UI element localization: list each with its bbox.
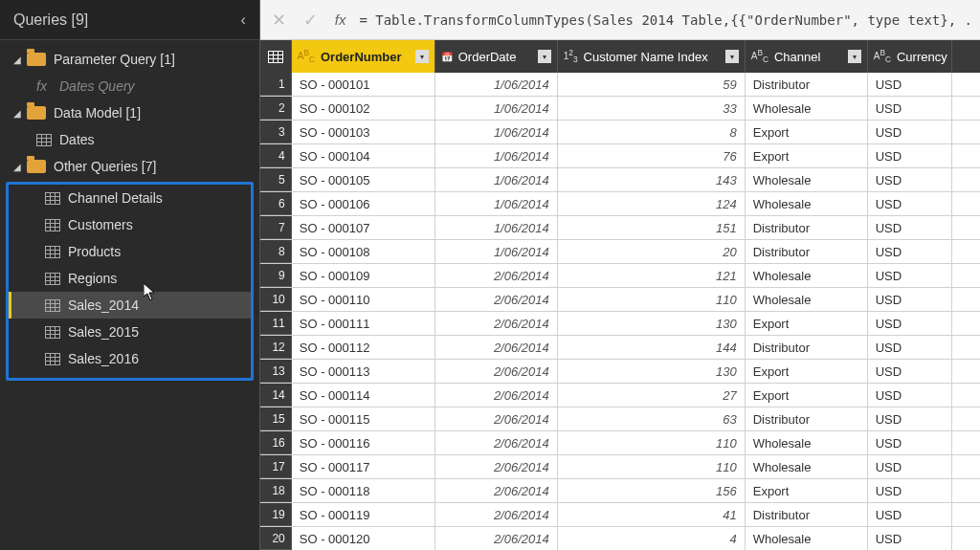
cell-ordernumber[interactable]: SO - 000109 xyxy=(292,264,435,287)
table-row[interactable]: 13SO - 0001132/06/2014130ExportUSD xyxy=(260,360,980,384)
cell-customer-index[interactable]: 59 xyxy=(558,73,746,96)
cell-channel[interactable]: Wholesale xyxy=(746,455,868,478)
cell-orderdate[interactable]: 1/06/2014 xyxy=(435,168,558,191)
cell-customer-index[interactable]: 8 xyxy=(558,121,746,143)
cell-currency[interactable]: USD xyxy=(868,192,952,215)
cell-orderdate[interactable]: 2/06/2014 xyxy=(435,360,558,383)
row-number-header[interactable] xyxy=(260,40,292,73)
confirm-formula-icon[interactable]: ✓ xyxy=(300,10,322,31)
query-sales-2016[interactable]: Sales_2016 xyxy=(9,345,251,372)
cell-ordernumber[interactable]: SO - 000113 xyxy=(292,360,435,383)
cell-currency[interactable]: USD xyxy=(868,216,952,239)
table-row[interactable]: 9SO - 0001092/06/2014121WholesaleUSD xyxy=(260,264,980,288)
cell-currency[interactable]: USD xyxy=(868,288,952,311)
cell-orderdate[interactable]: 1/06/2014 xyxy=(435,144,558,167)
cell-channel[interactable]: Export xyxy=(746,360,868,383)
table-row[interactable]: 20SO - 0001202/06/20144WholesaleUSD xyxy=(260,527,980,550)
cell-ordernumber[interactable]: SO - 000114 xyxy=(292,384,435,407)
column-header-ordernumber[interactable]: ABC OrderNumber ▾ xyxy=(292,40,435,73)
cell-orderdate[interactable]: 2/06/2014 xyxy=(435,264,558,287)
cell-orderdate[interactable]: 1/06/2014 xyxy=(435,216,558,239)
query-dates[interactable]: Dates xyxy=(0,126,259,153)
table-row[interactable]: 10SO - 0001102/06/2014110WholesaleUSD xyxy=(260,288,980,312)
cell-orderdate[interactable]: 1/06/2014 xyxy=(435,97,558,120)
cell-currency[interactable]: USD xyxy=(868,121,952,143)
cell-channel[interactable]: Wholesale xyxy=(746,192,868,215)
cell-customer-index[interactable]: 4 xyxy=(558,527,746,550)
cell-channel[interactable]: Distributor xyxy=(746,336,868,359)
cell-channel[interactable]: Distributor xyxy=(746,407,868,430)
table-row[interactable]: 8SO - 0001081/06/201420DistributorUSD xyxy=(260,240,980,264)
column-filter-icon[interactable]: ▾ xyxy=(725,50,739,63)
cell-customer-index[interactable]: 130 xyxy=(558,360,746,383)
cell-currency[interactable]: USD xyxy=(868,73,952,96)
cell-customer-index[interactable]: 110 xyxy=(558,288,746,311)
cell-customer-index[interactable]: 124 xyxy=(558,192,746,215)
cell-ordernumber[interactable]: SO - 000111 xyxy=(292,312,435,335)
query-sales-2014[interactable]: Sales_2014 xyxy=(9,292,251,319)
table-row[interactable]: 19SO - 0001192/06/201441DistributorUSD xyxy=(260,503,980,527)
collapse-sidebar-icon[interactable]: ‹ xyxy=(240,11,245,29)
cell-customer-index[interactable]: 110 xyxy=(558,431,746,454)
cell-ordernumber[interactable]: SO - 000119 xyxy=(292,503,435,526)
column-filter-icon[interactable]: ▾ xyxy=(415,50,429,63)
cell-ordernumber[interactable]: SO - 000104 xyxy=(292,144,435,167)
table-row[interactable]: 6SO - 0001061/06/2014124WholesaleUSD xyxy=(260,192,980,216)
cell-ordernumber[interactable]: SO - 000103 xyxy=(292,121,435,143)
cell-channel[interactable]: Export xyxy=(746,312,868,335)
table-row[interactable]: 15SO - 0001152/06/201463DistributorUSD xyxy=(260,407,980,431)
cell-orderdate[interactable]: 2/06/2014 xyxy=(435,336,558,359)
table-row[interactable]: 3SO - 0001031/06/20148ExportUSD xyxy=(260,121,980,144)
cell-customer-index[interactable]: 20 xyxy=(558,240,746,263)
fx-icon[interactable]: fx xyxy=(331,11,350,28)
cell-orderdate[interactable]: 2/06/2014 xyxy=(435,407,558,430)
cancel-formula-icon[interactable]: ✕ xyxy=(268,10,290,31)
cell-customer-index[interactable]: 130 xyxy=(558,312,746,335)
cell-ordernumber[interactable]: SO - 000108 xyxy=(292,240,435,263)
cell-orderdate[interactable]: 2/06/2014 xyxy=(435,384,558,407)
cell-ordernumber[interactable]: SO - 000101 xyxy=(292,73,435,96)
cell-orderdate[interactable]: 2/06/2014 xyxy=(435,527,558,550)
cell-currency[interactable]: USD xyxy=(868,168,952,191)
cell-orderdate[interactable]: 1/06/2014 xyxy=(435,73,558,96)
cell-channel[interactable]: Distributor xyxy=(746,216,868,239)
column-header-channel[interactable]: ABC Channel ▾ xyxy=(746,40,868,73)
query-sales-2015[interactable]: Sales_2015 xyxy=(9,319,251,345)
query-products[interactable]: Products xyxy=(9,238,251,265)
column-header-customer-name-index[interactable]: 123 Customer Name Index ▾ xyxy=(558,40,746,73)
folder-other-queries[interactable]: ◢ Other Queries [7] xyxy=(0,153,259,180)
cell-ordernumber[interactable]: SO - 000116 xyxy=(292,431,435,454)
table-row[interactable]: 2SO - 0001021/06/201433WholesaleUSD xyxy=(260,97,980,121)
grid-body[interactable]: 1SO - 0001011/06/201459DistributorUSD2SO… xyxy=(260,73,980,550)
cell-customer-index[interactable]: 63 xyxy=(558,407,746,430)
column-header-currency[interactable]: ABC Currency xyxy=(868,40,952,73)
table-row[interactable]: 18SO - 0001182/06/2014156ExportUSD xyxy=(260,479,980,503)
table-row[interactable]: 16SO - 0001162/06/2014110WholesaleUSD xyxy=(260,431,980,455)
cell-currency[interactable]: USD xyxy=(868,312,952,335)
cell-ordernumber[interactable]: SO - 000115 xyxy=(292,407,435,430)
cell-currency[interactable]: USD xyxy=(868,455,952,478)
cell-channel[interactable]: Export xyxy=(746,144,868,167)
query-channel-details[interactable]: Channel Details xyxy=(9,185,251,211)
table-row[interactable]: 14SO - 0001142/06/201427ExportUSD xyxy=(260,384,980,407)
cell-ordernumber[interactable]: SO - 000110 xyxy=(292,288,435,311)
cell-customer-index[interactable]: 33 xyxy=(558,97,746,120)
cell-currency[interactable]: USD xyxy=(868,264,952,287)
cell-ordernumber[interactable]: SO - 000112 xyxy=(292,336,435,359)
table-row[interactable]: 5SO - 0001051/06/2014143WholesaleUSD xyxy=(260,168,980,192)
cell-orderdate[interactable]: 1/06/2014 xyxy=(435,121,558,143)
cell-channel[interactable]: Wholesale xyxy=(746,431,868,454)
cell-ordernumber[interactable]: SO - 000106 xyxy=(292,192,435,215)
column-header-orderdate[interactable]: 📅 OrderDate ▾ xyxy=(435,40,558,73)
cell-channel[interactable]: Distributor xyxy=(746,73,868,96)
cell-channel[interactable]: Wholesale xyxy=(746,264,868,287)
cell-currency[interactable]: USD xyxy=(868,240,952,263)
cell-channel[interactable]: Distributor xyxy=(746,503,868,526)
cell-customer-index[interactable]: 76 xyxy=(558,144,746,167)
table-row[interactable]: 1SO - 0001011/06/201459DistributorUSD xyxy=(260,73,980,97)
cell-ordernumber[interactable]: SO - 000102 xyxy=(292,97,435,120)
cell-orderdate[interactable]: 2/06/2014 xyxy=(435,503,558,526)
table-row[interactable]: 7SO - 0001071/06/2014151DistributorUSD xyxy=(260,216,980,240)
cell-customer-index[interactable]: 156 xyxy=(558,479,746,502)
cell-customer-index[interactable]: 121 xyxy=(558,264,746,287)
